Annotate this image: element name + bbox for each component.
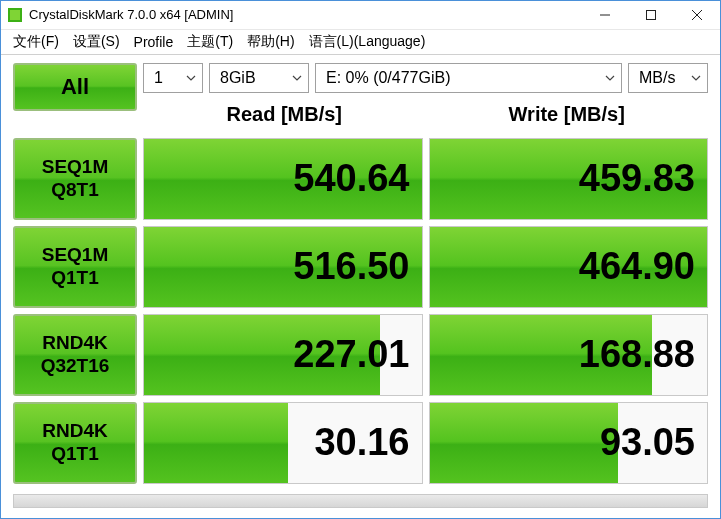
result-row: SEQ1M Q8T1 540.64 459.83: [13, 138, 708, 220]
test-label-line2: Q8T1: [51, 179, 99, 202]
menu-settings[interactable]: 设置(S): [71, 31, 122, 53]
menu-profile[interactable]: Profile: [132, 32, 176, 52]
test-count-select[interactable]: 1: [143, 63, 203, 93]
test-label-line1: SEQ1M: [42, 244, 109, 267]
write-value: 168.88: [579, 333, 695, 376]
menu-language[interactable]: 语言(L)(Language): [307, 31, 428, 53]
test-button-seq1m-q1t1[interactable]: SEQ1M Q1T1: [13, 226, 137, 308]
window-title: CrystalDiskMark 7.0.0 x64 [ADMIN]: [29, 7, 582, 22]
maximize-button[interactable]: [628, 1, 674, 29]
app-icon: [7, 7, 23, 23]
write-value: 464.90: [579, 245, 695, 288]
result-row: RND4K Q1T1 30.16 93.05: [13, 402, 708, 484]
run-all-label: All: [61, 74, 89, 100]
read-cell: 540.64: [143, 138, 423, 220]
app-window: CrystalDiskMark 7.0.0 x64 [ADMIN] 文件(F) …: [0, 0, 721, 519]
svg-rect-3: [647, 10, 656, 19]
close-button[interactable]: [674, 1, 720, 29]
menu-help[interactable]: 帮助(H): [245, 31, 296, 53]
unit-select[interactable]: MB/s: [628, 63, 708, 93]
test-size-value: 8GiB: [210, 69, 308, 87]
header-read: Read [MB/s]: [143, 97, 426, 134]
test-size-select[interactable]: 8GiB: [209, 63, 309, 93]
write-cell: 459.83: [429, 138, 709, 220]
test-count-value: 1: [144, 69, 202, 87]
svg-rect-1: [10, 10, 20, 20]
read-bar: [144, 403, 288, 483]
read-value: 227.01: [293, 333, 409, 376]
test-button-rnd4k-q32t16[interactable]: RND4K Q32T16: [13, 314, 137, 396]
write-value: 93.05: [600, 421, 695, 464]
read-cell: 30.16: [143, 402, 423, 484]
write-cell: 93.05: [429, 402, 709, 484]
test-label-line1: SEQ1M: [42, 156, 109, 179]
menu-file[interactable]: 文件(F): [11, 31, 61, 53]
test-label-line2: Q1T1: [51, 443, 99, 466]
toolbar: All 1 8GiB E: 0% (0/477GiB) MB/s: [1, 55, 720, 138]
header-write: Write [MB/s]: [426, 97, 709, 134]
write-value: 459.83: [579, 157, 695, 200]
menu-theme[interactable]: 主题(T): [185, 31, 235, 53]
result-row: RND4K Q32T16 227.01 168.88: [13, 314, 708, 396]
results-grid: SEQ1M Q8T1 540.64 459.83 SEQ1M Q1T1 516.…: [1, 138, 720, 494]
test-label-line2: Q1T1: [51, 267, 99, 290]
status-bar: [13, 494, 708, 508]
menubar: 文件(F) 设置(S) Profile 主题(T) 帮助(H) 语言(L)(La…: [1, 30, 720, 55]
read-value: 30.16: [314, 421, 409, 464]
write-cell: 464.90: [429, 226, 709, 308]
test-label-line1: RND4K: [42, 332, 107, 355]
test-label-line1: RND4K: [42, 420, 107, 443]
read-value: 540.64: [293, 157, 409, 200]
read-cell: 516.50: [143, 226, 423, 308]
titlebar: CrystalDiskMark 7.0.0 x64 [ADMIN]: [1, 1, 720, 30]
minimize-button[interactable]: [582, 1, 628, 29]
unit-value: MB/s: [629, 69, 707, 87]
read-cell: 227.01: [143, 314, 423, 396]
drive-value: E: 0% (0/477GiB): [316, 69, 621, 87]
test-button-seq1m-q8t1[interactable]: SEQ1M Q8T1: [13, 138, 137, 220]
read-value: 516.50: [293, 245, 409, 288]
write-cell: 168.88: [429, 314, 709, 396]
drive-select[interactable]: E: 0% (0/477GiB): [315, 63, 622, 93]
window-controls: [582, 1, 720, 29]
test-button-rnd4k-q1t1[interactable]: RND4K Q1T1: [13, 402, 137, 484]
write-bar: [430, 403, 619, 483]
result-row: SEQ1M Q1T1 516.50 464.90: [13, 226, 708, 308]
test-label-line2: Q32T16: [41, 355, 110, 378]
run-all-button[interactable]: All: [13, 63, 137, 111]
